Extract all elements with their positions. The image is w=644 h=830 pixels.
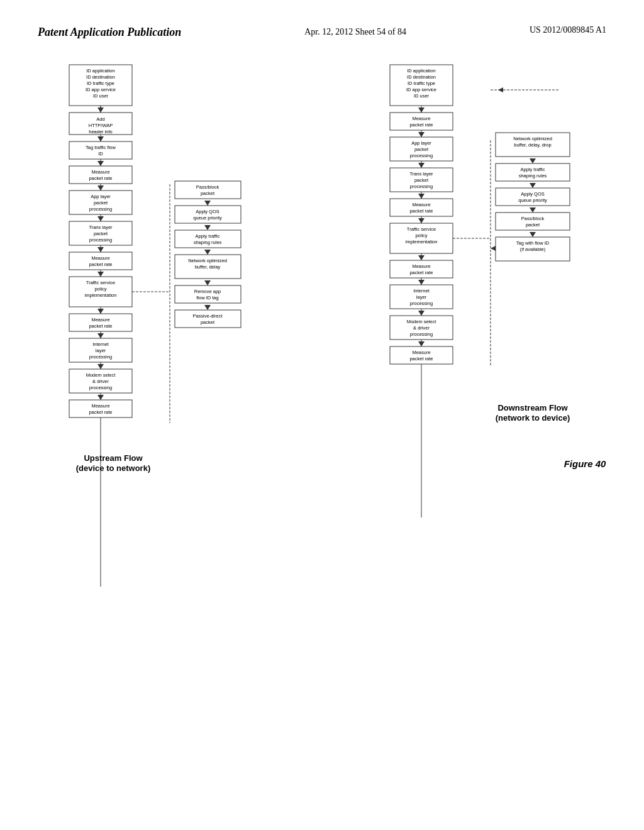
svg-text:Tag traffic flow: Tag traffic flow	[86, 145, 116, 150]
svg-text:Trans layer: Trans layer	[409, 171, 433, 177]
svg-marker-92	[418, 108, 425, 113]
svg-text:Remove app: Remove app	[194, 289, 221, 294]
svg-text:App layer: App layer	[91, 194, 111, 199]
svg-text:queue priority: queue priority	[518, 197, 547, 203]
svg-text:packet rate: packet rate	[89, 175, 112, 181]
svg-marker-110	[418, 218, 425, 223]
svg-text:ID: ID	[98, 151, 103, 157]
svg-text:ID application: ID application	[407, 68, 435, 74]
svg-text:shaping rules: shaping rules	[194, 240, 222, 245]
svg-text:processing: processing	[410, 331, 433, 337]
svg-text:Apply QOS: Apply QOS	[196, 209, 219, 214]
svg-marker-44	[97, 333, 104, 338]
svg-marker-119	[418, 280, 425, 285]
svg-text:ID app service: ID app service	[86, 87, 116, 92]
svg-text:policy: policy	[415, 233, 427, 238]
svg-text:App layer: App layer	[411, 140, 431, 146]
svg-text:Traffic service: Traffic service	[86, 280, 115, 285]
publication-title: Patent Application Publication	[38, 25, 181, 40]
svg-text:ID traffic type: ID traffic type	[87, 80, 114, 86]
svg-text:Trans layer: Trans layer	[89, 224, 113, 230]
svg-text:Traffic service: Traffic service	[407, 226, 436, 232]
svg-text:packet: packet	[526, 222, 540, 228]
svg-text:Figure 40: Figure 40	[564, 458, 606, 469]
svg-text:header info: header info	[89, 129, 113, 135]
patent-number: US 2012/0089845 A1	[530, 25, 606, 35]
svg-text:Internet: Internet	[413, 288, 430, 294]
svg-text:HTTP/WAP: HTTP/WAP	[89, 123, 113, 128]
svg-marker-31	[97, 247, 104, 252]
svg-marker-79	[204, 305, 211, 310]
svg-text:packet: packet	[414, 177, 429, 183]
svg-marker-35	[97, 272, 104, 277]
figure-area: ID application ID destination ID traffic…	[0, 52, 644, 782]
svg-text:ID traffic type: ID traffic type	[408, 80, 435, 86]
svg-marker-40	[97, 309, 104, 314]
svg-text:Downstream Flow: Downstream Flow	[497, 403, 568, 412]
svg-text:processing: processing	[410, 301, 433, 306]
svg-marker-101	[418, 163, 425, 168]
svg-marker-145	[530, 183, 536, 188]
svg-text:Network optimized: Network optimized	[188, 258, 227, 263]
svg-text:shaping rules: shaping rules	[519, 173, 547, 179]
svg-text:processing: processing	[89, 354, 112, 360]
svg-text:processing: processing	[89, 385, 112, 390]
svg-text:packet rate: packet rate	[409, 270, 433, 275]
svg-text:Measure: Measure	[412, 202, 430, 208]
svg-text:processing: processing	[89, 206, 112, 212]
svg-text:Modem select: Modem select	[407, 319, 437, 324]
svg-text:packet rate: packet rate	[89, 262, 112, 267]
svg-text:packet rate: packet rate	[89, 323, 112, 329]
svg-text:Modem select: Modem select	[86, 372, 116, 378]
svg-marker-153	[530, 232, 536, 237]
svg-marker-7	[97, 108, 104, 113]
svg-text:processing: processing	[410, 184, 433, 189]
svg-text:& driver: & driver	[413, 325, 430, 331]
svg-text:packet: packet	[414, 147, 429, 152]
svg-marker-17	[97, 161, 104, 166]
page-container: Patent Application Publication Apr. 12, …	[0, 0, 644, 782]
svg-text:layer: layer	[96, 348, 106, 353]
svg-text:implementation: implementation	[406, 239, 438, 245]
svg-text:processing: processing	[410, 153, 433, 158]
svg-text:flow ID tag: flow ID tag	[196, 295, 218, 301]
svg-marker-67	[204, 225, 211, 230]
svg-marker-96	[418, 132, 425, 137]
svg-text:processing: processing	[89, 237, 112, 243]
svg-text:buffer, delay: buffer, delay	[195, 264, 221, 270]
svg-text:(device to network): (device to network)	[76, 463, 150, 473]
svg-text:Network optimized: Network optimized	[513, 136, 552, 141]
svg-text:Measure: Measure	[412, 350, 430, 355]
svg-text:Upstream Flow: Upstream Flow	[84, 453, 143, 463]
svg-text:packet: packet	[201, 319, 215, 325]
figure-40-svg: ID application ID destination ID traffic…	[19, 58, 610, 700]
svg-text:Measure: Measure	[412, 263, 430, 269]
svg-text:ID destination: ID destination	[86, 74, 115, 80]
svg-text:implementation: implementation	[85, 292, 117, 298]
svg-text:& driver: & driver	[92, 379, 109, 384]
svg-marker-26	[97, 216, 104, 221]
svg-marker-71	[204, 250, 211, 255]
svg-marker-149	[530, 208, 536, 213]
svg-text:ID destination: ID destination	[407, 74, 436, 80]
svg-text:Tag with flow ID: Tag with flow ID	[516, 240, 550, 246]
svg-text:Pass/block: Pass/block	[521, 216, 545, 221]
svg-text:policy: policy	[94, 286, 106, 292]
svg-text:Apply QOS: Apply QOS	[521, 191, 545, 197]
svg-text:Internet: Internet	[92, 341, 109, 347]
svg-marker-13	[97, 136, 104, 141]
svg-text:Pass/block: Pass/block	[196, 184, 219, 190]
svg-text:Measure: Measure	[91, 403, 109, 409]
svg-text:buffer, delay, drop: buffer, delay, drop	[514, 142, 551, 148]
svg-text:Apply traffic: Apply traffic	[195, 233, 219, 239]
svg-text:packet rate: packet rate	[409, 122, 433, 128]
svg-text:packet: packet	[94, 231, 108, 236]
svg-marker-141	[530, 158, 536, 163]
svg-text:ID app service: ID app service	[406, 87, 436, 92]
svg-text:ID user: ID user	[93, 93, 109, 99]
svg-text:ID application: ID application	[86, 68, 114, 74]
svg-marker-106	[418, 194, 425, 199]
svg-marker-157	[491, 246, 496, 251]
svg-text:Measure: Measure	[91, 169, 109, 175]
svg-marker-63	[204, 201, 211, 206]
